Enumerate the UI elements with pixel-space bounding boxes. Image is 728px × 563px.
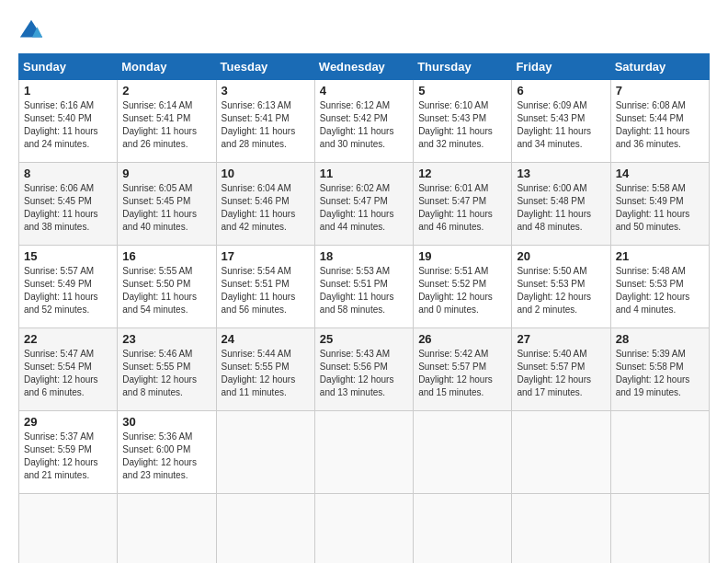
day-number: 23 [122,332,210,346]
day-number: 19 [418,249,506,263]
calendar-day-cell: 2 Sunrise: 6:14 AMSunset: 5:41 PMDayligh… [118,80,216,163]
day-info: Sunrise: 6:06 AMSunset: 5:45 PMDaylight:… [24,183,98,232]
calendar-day-cell: 11 Sunrise: 6:02 AMSunset: 5:47 PMDaylig… [314,163,413,246]
day-number: 15 [24,249,112,263]
calendar-day-cell: 21 Sunrise: 5:48 AMSunset: 5:53 PMDaylig… [610,246,709,328]
day-number: 30 [122,415,210,429]
empty-cell [414,411,512,494]
calendar-day-cell: 9 Sunrise: 6:05 AMSunset: 5:45 PMDayligh… [118,163,216,246]
day-info: Sunrise: 5:50 AMSunset: 5:53 PMDaylight:… [517,266,591,315]
day-info: Sunrise: 5:39 AMSunset: 5:58 PMDaylight:… [616,349,690,397]
day-number: 3 [222,84,310,98]
empty-cell [19,494,118,564]
calendar-table: SundayMondayTuesdayWednesdayThursdayFrid… [18,53,710,563]
calendar-day-cell: 27 Sunrise: 5:40 AMSunset: 5:57 PMDaylig… [512,328,610,411]
calendar-day-cell: 25 Sunrise: 5:43 AMSunset: 5:56 PMDaylig… [314,328,413,411]
day-number: 26 [418,332,506,346]
day-info: Sunrise: 6:12 AMSunset: 5:42 PMDaylight:… [320,100,394,149]
day-number: 25 [320,332,408,346]
calendar-day-cell: 6 Sunrise: 6:09 AMSunset: 5:43 PMDayligh… [512,80,610,163]
calendar-week-row: 29 Sunrise: 5:37 AMSunset: 5:59 PMDaylig… [19,411,710,494]
page-header [18,18,710,44]
day-number: 11 [320,167,408,180]
calendar-day-cell: 7 Sunrise: 6:08 AMSunset: 5:44 PMDayligh… [610,80,709,163]
day-number: 28 [616,332,704,346]
day-number: 13 [517,167,605,180]
logo [18,18,48,44]
day-info: Sunrise: 6:04 AMSunset: 5:46 PMDaylight:… [222,183,296,232]
day-number: 8 [24,167,112,180]
day-info: Sunrise: 6:10 AMSunset: 5:43 PMDaylight:… [418,100,493,149]
calendar-day-cell: 22 Sunrise: 5:47 AMSunset: 5:54 PMDaylig… [19,328,118,411]
day-number: 6 [517,84,605,98]
weekday-header-thursday: Thursday [414,54,512,80]
empty-cell [512,411,610,494]
empty-cell [314,494,413,564]
weekday-header-row: SundayMondayTuesdayWednesdayThursdayFrid… [19,54,710,80]
weekday-header-saturday: Saturday [610,54,709,80]
calendar-day-cell: 15 Sunrise: 5:57 AMSunset: 5:49 PMDaylig… [19,246,118,328]
day-number: 2 [122,84,210,98]
calendar-day-cell: 18 Sunrise: 5:53 AMSunset: 5:51 PMDaylig… [314,246,413,328]
day-number: 17 [222,249,310,263]
day-info: Sunrise: 5:54 AMSunset: 5:51 PMDaylight:… [222,266,296,315]
weekday-header-sunday: Sunday [19,54,118,80]
calendar-week-row [19,494,710,564]
day-number: 7 [616,84,704,98]
day-number: 24 [222,332,310,346]
day-info: Sunrise: 6:08 AMSunset: 5:44 PMDaylight:… [616,100,690,149]
day-info: Sunrise: 5:53 AMSunset: 5:51 PMDaylight:… [320,266,394,315]
day-info: Sunrise: 6:01 AMSunset: 5:47 PMDaylight:… [418,183,493,232]
calendar-day-cell: 20 Sunrise: 5:50 AMSunset: 5:53 PMDaylig… [512,246,610,328]
day-info: Sunrise: 5:44 AMSunset: 5:55 PMDaylight:… [222,349,296,397]
day-info: Sunrise: 5:36 AMSunset: 6:00 PMDaylight:… [122,431,197,480]
calendar-day-cell: 8 Sunrise: 6:06 AMSunset: 5:45 PMDayligh… [19,163,118,246]
calendar-day-cell: 17 Sunrise: 5:54 AMSunset: 5:51 PMDaylig… [216,246,314,328]
empty-cell [610,494,709,564]
calendar-day-cell: 14 Sunrise: 5:58 AMSunset: 5:49 PMDaylig… [610,163,709,246]
day-number: 14 [616,167,704,180]
empty-cell [512,494,610,564]
logo-icon [18,18,44,44]
day-info: Sunrise: 5:55 AMSunset: 5:50 PMDaylight:… [122,266,197,315]
day-info: Sunrise: 5:58 AMSunset: 5:49 PMDaylight:… [616,183,690,232]
day-number: 9 [122,167,210,180]
empty-cell [610,411,709,494]
calendar-day-cell: 28 Sunrise: 5:39 AMSunset: 5:58 PMDaylig… [610,328,709,411]
calendar-day-cell: 10 Sunrise: 6:04 AMSunset: 5:46 PMDaylig… [216,163,314,246]
empty-cell [414,494,512,564]
calendar-day-cell: 1 Sunrise: 6:16 AMSunset: 5:40 PMDayligh… [19,80,118,163]
weekday-header-friday: Friday [512,54,610,80]
day-info: Sunrise: 6:00 AMSunset: 5:48 PMDaylight:… [517,183,591,232]
day-info: Sunrise: 5:43 AMSunset: 5:56 PMDaylight:… [320,349,394,397]
day-number: 1 [24,84,112,98]
calendar-day-cell: 16 Sunrise: 5:55 AMSunset: 5:50 PMDaylig… [118,246,216,328]
day-number: 22 [24,332,112,346]
calendar-day-cell: 26 Sunrise: 5:42 AMSunset: 5:57 PMDaylig… [414,328,512,411]
day-number: 16 [122,249,210,263]
calendar-day-cell: 12 Sunrise: 6:01 AMSunset: 5:47 PMDaylig… [414,163,512,246]
day-info: Sunrise: 5:37 AMSunset: 5:59 PMDaylight:… [24,431,98,480]
day-info: Sunrise: 6:13 AMSunset: 5:41 PMDaylight:… [222,100,296,149]
day-info: Sunrise: 6:09 AMSunset: 5:43 PMDaylight:… [517,100,591,149]
calendar-week-row: 22 Sunrise: 5:47 AMSunset: 5:54 PMDaylig… [19,328,710,411]
day-number: 10 [222,167,310,180]
day-info: Sunrise: 5:48 AMSunset: 5:53 PMDaylight:… [616,266,690,315]
day-info: Sunrise: 5:40 AMSunset: 5:57 PMDaylight:… [517,349,591,397]
day-info: Sunrise: 5:47 AMSunset: 5:54 PMDaylight:… [24,349,98,397]
day-number: 4 [320,84,408,98]
calendar-week-row: 15 Sunrise: 5:57 AMSunset: 5:49 PMDaylig… [19,246,710,328]
calendar-week-row: 1 Sunrise: 6:16 AMSunset: 5:40 PMDayligh… [19,80,710,163]
day-info: Sunrise: 5:46 AMSunset: 5:55 PMDaylight:… [122,349,197,397]
day-info: Sunrise: 5:42 AMSunset: 5:57 PMDaylight:… [418,349,493,397]
empty-cell [314,411,413,494]
empty-cell [118,494,216,564]
empty-cell [216,494,314,564]
calendar-day-cell: 3 Sunrise: 6:13 AMSunset: 5:41 PMDayligh… [216,80,314,163]
calendar-day-cell: 30 Sunrise: 5:36 AMSunset: 6:00 PMDaylig… [118,411,216,494]
day-number: 12 [418,167,506,180]
day-number: 5 [418,84,506,98]
calendar-day-cell: 29 Sunrise: 5:37 AMSunset: 5:59 PMDaylig… [19,411,118,494]
calendar-day-cell: 23 Sunrise: 5:46 AMSunset: 5:55 PMDaylig… [118,328,216,411]
calendar-day-cell: 13 Sunrise: 6:00 AMSunset: 5:48 PMDaylig… [512,163,610,246]
